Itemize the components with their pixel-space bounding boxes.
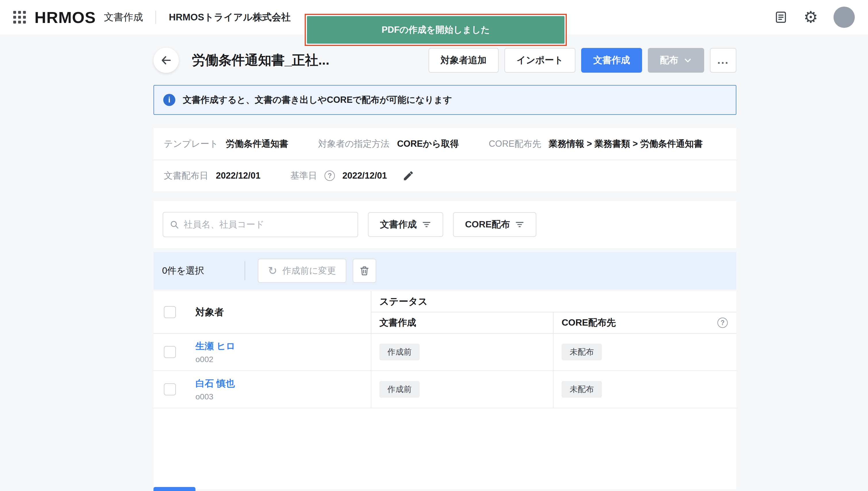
template-label: テンプレート [164, 138, 218, 150]
core-destination-value: 業務情報 > 業務書類 > 労働条件通知書 [549, 138, 703, 150]
more-button[interactable]: ... [710, 48, 736, 73]
details-row-2: 文書配布日 2022/12/01 基準日 ? 2022/12/01 [154, 160, 736, 191]
core-status-filter-button[interactable]: CORE配布 [453, 212, 536, 237]
targets-table: 対象者 ステータス 文書作成 CORE配布先 ? 生瀬 ヒロ o002 作成前 [154, 291, 736, 489]
info-banner-text: 文書作成すると、文書の書き出しやCOREで配布が可能になります [183, 94, 452, 106]
edit-pencil-icon [402, 170, 414, 182]
core-status-badge: 未配布 [562, 344, 602, 360]
apps-grid-icon[interactable] [13, 11, 26, 24]
core-destination-help-icon[interactable]: ? [717, 318, 728, 328]
delete-button[interactable] [353, 259, 376, 283]
table-header: 対象者 ステータス 文書作成 CORE配布先 ? [154, 291, 736, 334]
survey-icon[interactable] [774, 10, 788, 24]
template-value: 労働条件通知書 [226, 138, 288, 150]
info-banner: i 文書作成すると、文書の書き出しやCOREで配布が可能になります [154, 85, 736, 115]
table-row: 白石 慎也 o003 作成前 未配布 [154, 371, 736, 408]
trash-icon [359, 265, 370, 276]
back-arrow-icon [160, 54, 172, 66]
gear-icon[interactable]: ⚙ [804, 9, 818, 25]
row-checkbox[interactable] [164, 383, 176, 395]
column-header-doc-create: 文書作成 [371, 312, 553, 333]
page-title: 労働条件通知書_正社... [192, 51, 329, 69]
delivery-date-value: 2022/12/01 [216, 171, 261, 181]
filter-icon [422, 220, 431, 229]
core-destination-label: CORE配布先 [489, 138, 541, 150]
person-name-link[interactable]: 白石 慎也 [195, 377, 235, 390]
filter-icon [515, 220, 524, 229]
base-date-value: 2022/12/01 [342, 171, 387, 181]
selection-divider [245, 261, 245, 280]
details-row-1: テンプレート 労働条件通知書 対象者の指定方法 COREから取得 CORE配布先… [154, 128, 736, 160]
table-row: 生瀬 ヒロ o002 作成前 未配布 [154, 334, 736, 371]
person-name-link[interactable]: 生瀬 ヒロ [195, 340, 235, 353]
topbar-divider [156, 11, 156, 24]
person-code: o003 [195, 392, 371, 401]
content-area: 労働条件通知書_正社... 対象者追加 インポート 文書作成 配布 ... i … [0, 34, 868, 491]
bottom-blue-element [154, 487, 195, 491]
person-code: o002 [195, 355, 371, 364]
column-header-target: 対象者 [186, 291, 371, 333]
avatar[interactable] [834, 7, 855, 28]
base-date-help-icon[interactable]: ? [325, 171, 335, 181]
core-status-badge: 未配布 [562, 381, 602, 398]
module-name: 文書作成 [104, 11, 143, 24]
edit-dates-button[interactable] [402, 170, 414, 182]
company-name: HRMOSトライアル株式会社 [169, 11, 291, 24]
header-actions: 対象者追加 インポート 文書作成 配布 ... [429, 48, 736, 73]
topbar-right: ⚙ [774, 7, 855, 28]
selection-count: 0件を選択 [162, 264, 205, 277]
column-header-core-destination: CORE配布先 ? [553, 312, 736, 333]
column-header-status-group: ステータス [371, 291, 736, 312]
create-document-button[interactable]: 文書作成 [581, 48, 642, 73]
doc-status-filter-button[interactable]: 文書作成 [368, 212, 443, 237]
info-icon: i [163, 94, 175, 106]
annotation-highlight: PDFの作成を開始しました [305, 14, 567, 46]
doc-status-badge: 作成前 [379, 381, 419, 398]
details-card: テンプレート 労働条件通知書 対象者の指定方法 COREから取得 CORE配布先… [154, 128, 736, 191]
search-input[interactable] [184, 220, 351, 230]
method-label: 対象者の指定方法 [318, 138, 390, 150]
import-button[interactable]: インポート [505, 48, 575, 73]
filter-card: 文書作成 CORE配布 [154, 201, 736, 248]
search-icon [169, 220, 179, 230]
chevron-down-icon [683, 56, 692, 65]
add-target-button[interactable]: 対象者追加 [429, 48, 499, 73]
method-value: COREから取得 [397, 138, 459, 150]
delivery-date-label: 文書配布日 [164, 170, 208, 182]
row-checkbox[interactable] [164, 346, 176, 358]
distribute-button[interactable]: 配布 [648, 48, 704, 73]
hrmos-logo: HRMOS [34, 8, 96, 27]
revert-before-create-button[interactable]: ↻ 作成前に変更 [258, 259, 347, 283]
select-all-checkbox[interactable] [164, 306, 176, 318]
base-date-label: 基準日 [290, 170, 317, 182]
selection-bar: 0件を選択 ↻ 作成前に変更 [154, 252, 736, 289]
search-box [163, 212, 358, 237]
toast-notification: PDFの作成を開始しました [307, 16, 565, 44]
doc-status-badge: 作成前 [379, 344, 419, 360]
back-button[interactable] [154, 48, 179, 73]
refresh-icon: ↻ [268, 265, 277, 276]
